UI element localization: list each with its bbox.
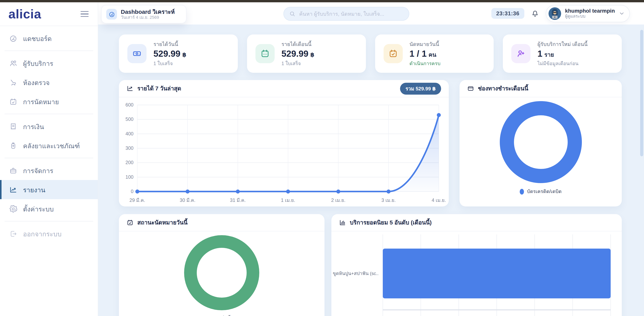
page-subtitle: วันเสาร์ 4 เม.ย. 2569 (121, 15, 175, 20)
user-menu[interactable]: khumphol tearmpin ผู้ดูแลระบบ (546, 5, 630, 22)
sidebar-item-label: ผู้รับบริการ (23, 58, 53, 68)
svg-text:2 เม.ย.: 2 เม.ย. (331, 197, 346, 203)
user-plus-icon (512, 44, 531, 63)
svg-text:29 มี.ค.: 29 มี.ค. (130, 197, 145, 203)
stat-label: ผู้รับบริการใหม่ เดือนนี้ (538, 40, 588, 48)
user-name: khumphol tearmpin (565, 8, 615, 14)
status-donut-chart: เสร็จสิ้น (119, 231, 324, 316)
app-logo: alicia (8, 7, 41, 21)
sidebar-item-label: การนัดหมาย (23, 96, 59, 107)
charts-row-2: สถานะนัดหมายวันนี้ เสร็จสิ้น บริการยอดนิ… (119, 214, 622, 316)
stat-card-new-patients: ผู้รับบริการใหม่ เดือนนี้ 1ราย ไม่มีข้อม… (503, 34, 622, 73)
payment-donut-chart: บัตรเครดิต/เดบิต (460, 97, 622, 195)
sidebar-item-label: การจัดการ (23, 165, 53, 176)
sidebar-item-patients[interactable]: ผู้รับบริการ (0, 54, 98, 73)
svg-text:1 เม.ย.: 1 เม.ย. (281, 197, 295, 203)
stat-cards-row: รายได้วันนี้ 529.99฿ 1 ใบเสร็จ รายได้เดื… (119, 34, 622, 73)
stat-card-revenue-today: รายได้วันนี้ 529.99฿ 1 ใบเสร็จ (119, 34, 238, 73)
sidebar-item-dashboard[interactable]: แดชบอร์ด (0, 29, 98, 48)
svg-text:3 เม.ย.: 3 เม.ย. (382, 197, 396, 203)
svg-text:30 มี.ค.: 30 มี.ค. (180, 197, 196, 203)
page-title-card: Dashboard วิเคราะห์ วันเสาร์ 4 เม.ย. 256… (101, 5, 186, 23)
sidebar-item-appointments[interactable]: การนัดหมาย (0, 92, 98, 111)
sidebar-menu: แดชบอร์ด ผู้รับบริการ ห้องตรวจ การนัด (0, 26, 98, 243)
revenue-chart-card: รายได้ 7 วันล่าสุด รวม 529.99 ฿ 01002003… (119, 80, 449, 206)
top-services-bar-chart: 02004006008001K1Kขูดหินปูน+สปาฟัน (sc.. (332, 231, 621, 316)
card-title: บริการยอดนิยม 5 อันดับ (เดือนนี้) (350, 218, 432, 227)
app-window: alicia แดชบอร์ด ผู้รับบริการ (0, 0, 644, 316)
svg-text:400: 400 (126, 131, 134, 136)
card-title: รายได้ 7 วันล่าสุด (137, 84, 181, 93)
bell-icon (531, 9, 539, 18)
main-content: รายได้วันนี้ 529.99฿ 1 ใบเสร็จ รายได้เดื… (98, 24, 644, 316)
stat-value: 1 / 1คน (410, 49, 440, 59)
dental-chair-icon (9, 78, 17, 86)
card-title: ช่องทางชำระเดือนนี้ (478, 84, 528, 93)
stat-sub: ดำเนินการครบ (410, 60, 440, 67)
card-title: สถานะนัดหมายวันนี้ (137, 218, 188, 227)
banknote-icon (127, 44, 146, 63)
stat-card-revenue-month: รายได้เดือนนี้ 529.99฿ 1 ใบเสร็จ (247, 34, 366, 73)
sidebar-item-management[interactable]: การจัดการ (0, 161, 98, 180)
revenue-line-chart: 010020030040050060029 มี.ค.30 มี.ค.31 มี… (120, 98, 448, 206)
stat-label: รายได้วันนี้ (154, 40, 186, 48)
stat-sub: 1 ใบเสร็จ (154, 60, 186, 67)
page-scrollbar[interactable] (640, 30, 643, 156)
svg-text:200: 200 (126, 160, 134, 165)
stat-label: นัดหมายวันนี้ (410, 40, 440, 48)
top-bar: Dashboard วิเคราะห์ วันเสาร์ 4 เม.ย. 256… (98, 2, 644, 24)
sidebar-item-settings[interactable]: ตั้งค่าระบบ (0, 199, 98, 218)
stat-sub: 1 ใบเสร็จ (282, 60, 314, 67)
global-search (284, 7, 409, 21)
page-title: Dashboard วิเคราะห์ (121, 8, 175, 15)
chart-legend[interactable]: บัตรเครดิต/เดบิต (520, 188, 562, 195)
dashboard-gauge-icon (106, 9, 117, 19)
sidebar-item-label: คลังยาและเวชภัณฑ์ (23, 140, 80, 151)
sidebar: alicia แดชบอร์ด ผู้รับบริการ (0, 2, 98, 316)
credit-card-icon (467, 85, 474, 92)
menu-divider (4, 51, 93, 51)
chevron-down-icon (619, 10, 625, 16)
calendar-check-icon (383, 44, 402, 63)
search-icon (289, 11, 295, 17)
calendar-check-icon (9, 98, 17, 106)
stat-card-appointments-today: นัดหมายวันนี้ 1 / 1คน ดำเนินการครบ (375, 34, 494, 73)
medicine-jar-icon (9, 142, 17, 150)
sidebar-item-logout[interactable]: ออกจากระบบ (0, 224, 98, 243)
svg-text:100: 100 (126, 174, 134, 180)
stat-value: 529.99฿ (154, 49, 186, 59)
stat-label: รายได้เดือนนี้ (282, 40, 314, 48)
sidebar-item-reports[interactable]: รายงาน (0, 180, 98, 199)
gauge-icon (9, 34, 17, 42)
sidebar-item-label: ตั้งค่าระบบ (23, 204, 54, 214)
chart-legend[interactable]: เสร็จสิ้น (210, 315, 234, 316)
clock-badge: 23:31:36 (491, 8, 524, 19)
menu-divider (4, 158, 93, 158)
stat-value: 1ราย (538, 49, 588, 59)
chart-line-icon (9, 185, 17, 194)
legend-label: เสร็จสิ้น (217, 315, 234, 316)
svg-text:31 มี.ค.: 31 มี.ค. (230, 197, 246, 203)
sidebar-item-label: รายงาน (23, 184, 45, 195)
sidebar-item-pharmacy[interactable]: คลังยาและเวชภัณฑ์ (0, 136, 98, 155)
chart-line-icon (126, 85, 134, 92)
legend-marker (520, 189, 524, 194)
svg-text:4 เม.ย.: 4 เม.ย. (432, 197, 446, 203)
total-badge: รวม 529.99 ฿ (400, 83, 441, 94)
menu-divider (4, 114, 93, 114)
sidebar-toggle-button[interactable] (79, 9, 90, 18)
sidebar-item-label: ออกจากระบบ (23, 228, 62, 239)
menu-divider (4, 221, 93, 221)
notifications-button[interactable] (530, 8, 540, 18)
receipt-icon (9, 122, 17, 131)
calendar-check-icon (126, 219, 134, 226)
svg-text:300: 300 (126, 145, 134, 151)
stat-sub: ไม่มีข้อมูลเดือนก่อน (538, 60, 588, 67)
svg-text:500: 500 (126, 117, 134, 122)
sidebar-item-finance[interactable]: การเงิน (0, 117, 98, 136)
search-input[interactable] (298, 10, 404, 17)
users-icon (9, 59, 17, 67)
sidebar-item-exam-room[interactable]: ห้องตรวจ (0, 73, 98, 92)
top-services-card: บริการยอดนิยม 5 อันดับ (เดือนนี้) 020040… (332, 214, 622, 316)
sidebar-item-label: การเงิน (23, 121, 44, 132)
